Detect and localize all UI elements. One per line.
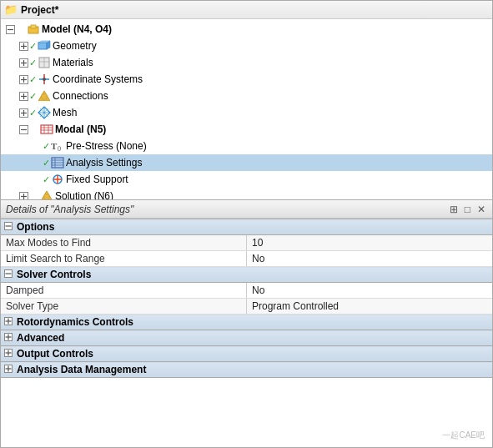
section-header-output-controls[interactable]: Output Controls — [1, 346, 492, 362]
label-connections: Connections — [53, 90, 108, 102]
section-label-output-controls: Output Controls — [17, 348, 93, 360]
section-header-advanced[interactable]: Advanced — [1, 330, 492, 346]
tree-item-prestress[interactable]: ✓T0Pre-Stress (None) — [1, 138, 492, 154]
section-label-advanced: Advanced — [17, 332, 64, 344]
section-header-solver-controls[interactable]: Solver Controls — [1, 267, 492, 283]
svg-rect-56 — [44, 194, 49, 199]
details-panel: Details of "Analysis Settings" ⊞ □ ✕ Opt… — [0, 200, 493, 448]
section-expander-solver-controls[interactable] — [4, 269, 14, 278]
row-value-solver-controls-1[interactable]: Program Controlled — [247, 299, 493, 315]
section-expander-rotordynamics[interactable] — [4, 317, 14, 325]
tree-item-fixed-support[interactable]: ✓Fixed Support — [1, 171, 492, 188]
row-value-solver-controls-0[interactable]: No — [247, 283, 493, 299]
check-materials: ✓ — [29, 58, 37, 68]
expander-connections[interactable] — [18, 90, 29, 102]
label-model: Model (N4, O4) — [42, 23, 112, 35]
row-value-options-1[interactable]: No — [247, 251, 493, 267]
settings-icon — [51, 156, 64, 169]
support-icon — [51, 173, 64, 186]
tree-title: Project* — [21, 4, 58, 16]
row-value-options-0[interactable]: 10 — [247, 235, 493, 251]
tree-item-coordinate[interactable]: ✓Coordinate Systems — [1, 71, 492, 88]
svg-rect-26 — [42, 94, 47, 99]
details-title: Details of "Analysis Settings" — [6, 204, 133, 215]
check-geometry: ✓ — [29, 41, 37, 52]
pin-button[interactable]: ⊞ — [448, 204, 460, 215]
expander-materials[interactable] — [18, 57, 29, 68]
details-table-container: OptionsMax Modes to Find10Limit Search t… — [1, 219, 492, 447]
expander-mesh[interactable] — [18, 107, 29, 118]
mesh-icon — [38, 106, 51, 119]
data-row-solver-controls-1: Solver TypeProgram Controlled — [1, 299, 492, 315]
section-header-options[interactable]: Options — [1, 219, 492, 235]
expander-prestress — [31, 140, 43, 152]
section-expander-advanced[interactable] — [4, 333, 14, 341]
section-expander-analysis-data[interactable] — [4, 365, 14, 373]
svg-text:0: 0 — [58, 145, 61, 152]
conn-icon — [38, 89, 51, 103]
label-solution: Solution (N6) — [55, 190, 113, 199]
dock-button[interactable]: □ — [463, 204, 472, 215]
section-header-analysis-data[interactable]: Analysis Data Management — [1, 362, 492, 378]
section-expander-output-controls[interactable] — [4, 349, 14, 357]
svg-rect-37 — [41, 125, 53, 133]
expander-solution[interactable] — [18, 190, 29, 199]
section-label-options: Options — [17, 221, 54, 233]
label-modal: Modal (N5) — [55, 123, 106, 135]
row-key-options-1: Limit Search to Range — [1, 251, 247, 267]
check-prestress: ✓ — [43, 141, 50, 152]
expander-geometry[interactable] — [18, 40, 29, 52]
modal-icon — [40, 123, 53, 136]
check-connections: ✓ — [29, 91, 37, 102]
tree-item-modal[interactable]: Modal (N5) — [1, 121, 492, 138]
materials-icon — [38, 56, 51, 69]
expander-modal[interactable] — [18, 123, 29, 135]
data-row-options-1: Limit Search to RangeNo — [1, 251, 492, 267]
label-materials: Materials — [53, 57, 93, 68]
expander-analysis-settings — [31, 157, 43, 169]
tree-item-solution[interactable]: Solution (N6) — [1, 188, 492, 199]
tree-panel: 📁 Project* Model (N4, O4)✓Geometry✓Mater… — [0, 0, 493, 200]
expander-coordinate[interactable] — [18, 73, 29, 85]
prestress-icon: T0 — [51, 139, 64, 153]
section-label-solver-controls: Solver Controls — [17, 269, 91, 280]
folder-icon — [27, 23, 40, 36]
coord-icon — [38, 73, 51, 86]
tree-item-materials[interactable]: ✓Materials — [1, 54, 492, 71]
data-row-solver-controls-0: DampedNo — [1, 283, 492, 299]
details-header-buttons: ⊞ □ ✕ — [448, 204, 487, 215]
label-prestress: Pre-Stress (None) — [66, 140, 147, 152]
svg-rect-3 — [31, 25, 36, 28]
details-header: Details of "Analysis Settings" ⊞ □ ✕ — [1, 200, 492, 219]
expander-fixed-support — [31, 174, 43, 185]
row-key-options-0: Max Modes to Find — [1, 235, 247, 251]
close-button[interactable]: ✕ — [475, 204, 487, 215]
expander-model[interactable] — [4, 23, 16, 35]
label-analysis-settings: Analysis Settings — [66, 157, 142, 169]
project-icon: 📁 — [4, 3, 18, 16]
label-fixed-support: Fixed Support — [66, 174, 128, 185]
check-analysis-settings: ✓ — [43, 158, 50, 169]
tree-item-geometry[interactable]: ✓Geometry — [1, 38, 492, 54]
tree-header: 📁 Project* — [1, 1, 492, 19]
row-key-solver-controls-1: Solver Type — [1, 299, 247, 315]
svg-point-21 — [43, 78, 46, 81]
section-expander-options[interactable] — [4, 222, 14, 230]
section-header-rotordynamics[interactable]: Rotordynamics Controls — [1, 315, 492, 330]
tree-item-analysis-settings[interactable]: ✓Analysis Settings — [1, 154, 492, 171]
section-label-rotordynamics: Rotordynamics Controls — [17, 316, 133, 328]
tree-item-connections[interactable]: ✓Connections — [1, 88, 492, 104]
svg-rect-7 — [38, 43, 47, 49]
svg-text:T: T — [51, 141, 58, 151]
label-mesh: Mesh — [53, 107, 77, 118]
tree-item-model[interactable]: Model (N4, O4) — [1, 21, 492, 38]
section-label-analysis-data: Analysis Data Management — [17, 364, 146, 375]
geometry-icon — [38, 39, 51, 53]
label-coordinate: Coordinate Systems — [53, 73, 143, 85]
check-mesh: ✓ — [29, 108, 37, 118]
tree-content[interactable]: Model (N4, O4)✓Geometry✓Materials✓Coordi… — [1, 19, 492, 199]
details-table: OptionsMax Modes to Find10Limit Search t… — [1, 219, 492, 378]
row-key-solver-controls-0: Damped — [1, 283, 247, 299]
solution-icon — [40, 189, 53, 199]
tree-item-mesh[interactable]: ✓Mesh — [1, 104, 492, 121]
